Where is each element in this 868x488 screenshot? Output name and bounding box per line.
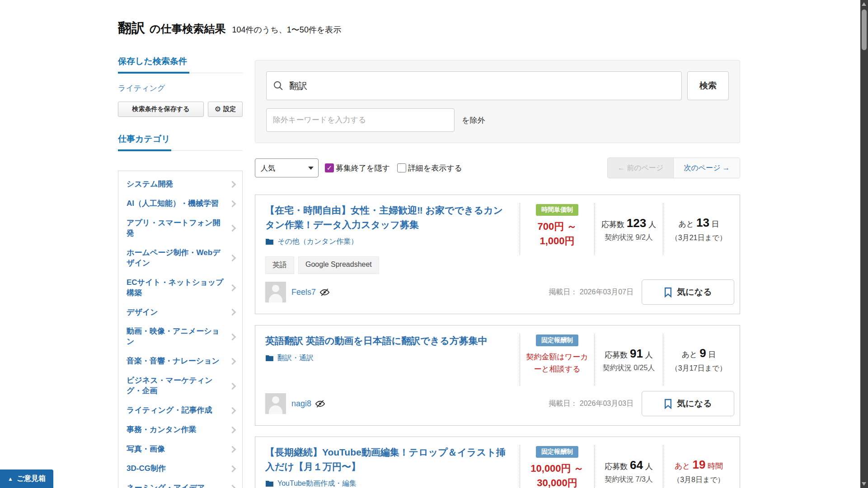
deadline-date: （3月17日まで）: [671, 364, 727, 373]
contract-label: 契約状況: [605, 233, 633, 241]
job-deadline-column: あと 13 日 （3月21日まで）: [663, 203, 734, 255]
job-category-link[interactable]: その他（カンタン作業）: [265, 237, 358, 246]
user-link[interactable]: Feels7: [291, 288, 316, 297]
search-input[interactable]: [266, 71, 682, 100]
chevron-right-icon: [229, 309, 236, 316]
chevron-right-icon: [229, 407, 236, 414]
category-label: 写真・画像: [127, 444, 230, 455]
applicants-label: 応募数: [601, 220, 624, 229]
posted-date: 2026年03月03日: [580, 400, 633, 407]
job-title-link[interactable]: 【長期継続】YouTube動画編集！テロップ＆イラスト挿入だけ【月１万円〜】: [265, 445, 511, 474]
job-title-link[interactable]: 英語翻訳 英語の動画を日本語に翻訳できる方募集中: [265, 334, 511, 348]
job-tags: 英語Google Spreadsheet: [265, 256, 511, 274]
sidebar-category-item[interactable]: ライティング・記事作成: [127, 401, 236, 420]
category-label: システム開発: [127, 179, 230, 190]
deadline-value: 13: [696, 216, 709, 229]
feedback-button[interactable]: ▲ ご意見箱: [0, 469, 53, 488]
sidebar-category-item[interactable]: 音楽・音響・ナレーション: [127, 352, 236, 371]
contract-status: 7/3人: [636, 475, 653, 483]
job-tag: Google Spreadsheet: [298, 256, 379, 274]
settings-button[interactable]: ⚙ 設定: [208, 102, 243, 117]
job-applicants-column: 応募数 91 人 契約状況 0/25人: [594, 334, 663, 386]
save-search-button[interactable]: 検索条件を保存する: [118, 102, 204, 117]
deadline-unit: 日: [712, 220, 719, 228]
category-label: 事務・カンタン作業: [127, 425, 230, 435]
favorite-button[interactable]: 気になる: [642, 391, 734, 416]
job-category-link[interactable]: 翻訳・通訳: [265, 353, 314, 363]
job-card: 英語翻訳 英語の動画を日本語に翻訳できる方募集中 翻訳・通訳 固定報酬制 契約金…: [255, 325, 740, 426]
page: 翻訳 の仕事検索結果 104件のうち、1〜50件を表示 保存した検索条件 ライテ…: [118, 19, 740, 488]
favorite-button[interactable]: 気になる: [642, 279, 734, 305]
applicants-unit: 人: [645, 351, 653, 359]
main-content: 検索 を除外 人気 ✓ 募集終了を隠す 詳細を表示する: [255, 60, 740, 488]
job-payment-column: 固定報酬制 10,000円 ～30,000円: [520, 445, 594, 488]
sidebar-category-item[interactable]: 3D-CG制作: [127, 459, 236, 479]
search-button[interactable]: 検索: [687, 71, 729, 100]
hide-closed-checkbox[interactable]: ✓: [325, 163, 334, 172]
settings-button-label: 設定: [223, 105, 236, 113]
saved-search-link[interactable]: ライティング: [118, 83, 165, 93]
job-price: 契約金額はワーカーと相談する: [520, 350, 594, 375]
folder-icon: [265, 355, 274, 362]
category-label: 3D-CG制作: [127, 464, 230, 474]
hide-closed-label: 募集終了を隠す: [336, 163, 390, 173]
exclude-keyword-input[interactable]: [266, 108, 455, 132]
job-title-link[interactable]: 【在宅・時間自由】女性・主婦歓迎‼ お家でできるカンタン作業！データ入力スタッフ…: [265, 203, 511, 232]
chevron-right-icon: [229, 284, 236, 292]
eye-off-icon[interactable]: [315, 399, 325, 409]
scrollbar[interactable]: [860, 0, 868, 488]
chevron-right-icon: [229, 334, 236, 341]
chevron-right-icon: [229, 358, 236, 365]
sidebar-category-item[interactable]: ビジネス・マーケティング・企画: [127, 371, 236, 401]
chevron-right-icon: [229, 382, 236, 390]
sidebar-category-item[interactable]: 事務・カンタン作業: [127, 420, 236, 440]
job-applicants-column: 応募数 123 人 契約状況 9/2人: [594, 203, 663, 255]
sort-select[interactable]: 人気: [255, 158, 319, 177]
scrollbar-thumb[interactable]: [862, 9, 867, 50]
saved-search-heading: 保存した検索条件: [118, 56, 243, 73]
bookmark-icon: [664, 399, 672, 409]
job-deadline-column: あと 19 時間 （3月8日まで）: [663, 445, 734, 488]
eye-off-icon[interactable]: [319, 287, 330, 297]
deadline-value: 19: [692, 458, 705, 471]
category-label: ECサイト・ネットショップ構築: [127, 278, 230, 298]
job-footer: nagi8 掲載日： 2026年03月03日 気になる: [265, 391, 734, 416]
gear-icon: ⚙: [215, 106, 221, 113]
job-list: 【在宅・時間自由】女性・主婦歓迎‼ お家でできるカンタン作業！データ入力スタッフ…: [255, 195, 740, 488]
show-details-checkbox[interactable]: [397, 163, 406, 172]
deadline-date: （3月21日まで）: [671, 233, 727, 243]
payment-badge: 時間単価制: [536, 204, 578, 216]
user-link[interactable]: nagi8: [291, 399, 311, 409]
sidebar-category-item[interactable]: アプリ・スマートフォン開発: [127, 214, 236, 243]
deadline-prefix: あと: [682, 350, 698, 359]
search-icon: [273, 80, 284, 91]
job-category-link[interactable]: YouTube動画作成・編集: [265, 479, 357, 488]
job-payment-column: 時間単価制 700円 ～1,000円: [520, 203, 594, 255]
deadline-prefix: あと: [675, 462, 690, 470]
sidebar-category-item[interactable]: 動画・映像・アニメーション: [127, 322, 236, 352]
sidebar-category-item[interactable]: 写真・画像: [127, 440, 236, 459]
job-payment-column: 固定報酬制 契約金額はワーカーと相談する: [520, 334, 594, 386]
sidebar-category-item[interactable]: AI（人工知能）・機械学習: [127, 194, 236, 214]
applicants-label: 応募数: [605, 462, 628, 471]
category-list: システム開発 AI（人工知能）・機械学習 アプリ・スマートフォン開発 ホームペー…: [118, 171, 243, 488]
chevron-right-icon: [229, 255, 236, 262]
category-label: 音楽・音響・ナレーション: [127, 356, 230, 367]
feedback-button-label: ご意見箱: [17, 474, 46, 483]
next-page-button[interactable]: 次のページ →: [674, 158, 740, 178]
scroll-down-icon[interactable]: [862, 482, 866, 486]
applicants-count: 64: [630, 458, 643, 472]
sidebar-category-item[interactable]: システム開発: [127, 175, 236, 194]
chevron-right-icon: [229, 225, 236, 232]
sidebar-category-item[interactable]: デザイン: [127, 303, 236, 322]
sidebar-category-item[interactable]: ネーミング・アイデア: [127, 479, 236, 488]
prev-page-button[interactable]: ← 前のページ: [608, 158, 674, 178]
sidebar-category-item[interactable]: ECサイト・ネットショップ構築: [127, 273, 236, 303]
scroll-up-icon[interactable]: [862, 2, 866, 6]
contract-label: 契約状況: [605, 475, 633, 483]
applicants-unit: 人: [648, 220, 656, 229]
contract-label: 契約状況: [603, 364, 632, 372]
job-card: 【在宅・時間自由】女性・主婦歓迎‼ お家でできるカンタン作業！データ入力スタッフ…: [255, 195, 740, 314]
sidebar-category-item[interactable]: ホームページ制作・Webデザイン: [127, 243, 236, 273]
category-label: 動画・映像・アニメーション: [127, 326, 230, 347]
